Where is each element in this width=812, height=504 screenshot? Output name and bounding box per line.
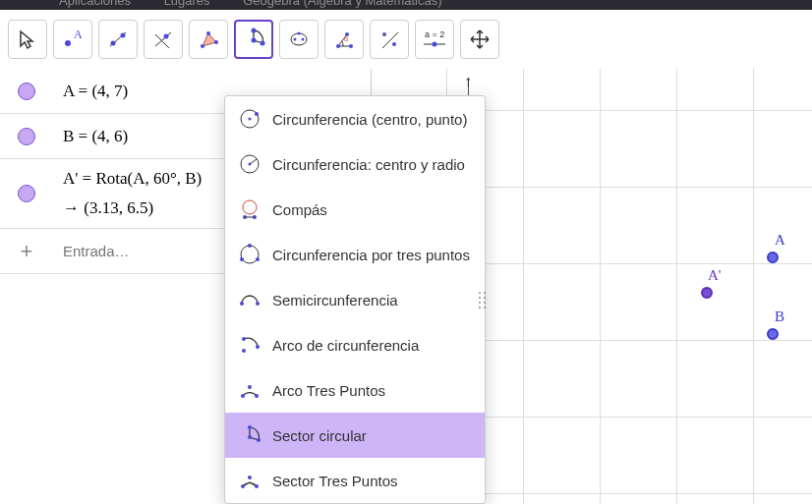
svg-text:A: A bbox=[74, 28, 83, 41]
svg-point-46 bbox=[242, 349, 246, 353]
svg-point-42 bbox=[256, 257, 260, 261]
menu-item-label: Arco Tres Puntos bbox=[272, 382, 385, 399]
menu-item-circle-three-points[interactable]: Circunferencia por tres puntos bbox=[225, 232, 485, 277]
menu-item-sector-three-points[interactable]: Sector Tres Puntos bbox=[225, 458, 485, 503]
topbar-places[interactable]: Lugares bbox=[164, 0, 210, 8]
polygon-tool[interactable] bbox=[189, 20, 228, 59]
svg-point-35 bbox=[243, 200, 257, 214]
svg-point-11 bbox=[252, 28, 257, 33]
line-tool[interactable] bbox=[98, 20, 138, 59]
point-icon: A bbox=[62, 28, 84, 50]
menu-item-label: Circunferencia: centro y radio bbox=[272, 156, 465, 173]
sector-icon bbox=[241, 27, 266, 52]
menu-item-sector[interactable]: Sector circular bbox=[225, 413, 485, 458]
y-axis-arrow: ↑ bbox=[464, 73, 472, 90]
menu-item-label: Semicircunferencia bbox=[272, 292, 398, 308]
circle-center-point-icon bbox=[237, 106, 262, 132]
point-a-label: A bbox=[775, 232, 785, 249]
reflect-icon bbox=[378, 28, 400, 50]
svg-point-14 bbox=[291, 33, 307, 45]
add-button[interactable]: + bbox=[0, 239, 53, 264]
svg-point-43 bbox=[240, 302, 244, 306]
toolbar: A α a = 2 bbox=[0, 10, 812, 69]
point-b-label: B bbox=[775, 308, 784, 325]
topbar-title: Geogebra (Álgebra y Matemáticas) bbox=[243, 0, 441, 8]
svg-point-18 bbox=[336, 44, 340, 48]
menu-item-circle-center-radius[interactable]: Circunferencia: centro y radio bbox=[225, 141, 485, 187]
svg-line-5 bbox=[155, 32, 171, 46]
menu-item-label: Sector circular bbox=[272, 427, 367, 444]
svg-point-7 bbox=[164, 34, 169, 39]
point-a[interactable] bbox=[767, 252, 779, 263]
slider-tool[interactable]: a = 2 bbox=[415, 20, 454, 59]
visibility-toggle[interactable] bbox=[18, 128, 35, 145]
svg-point-39 bbox=[241, 246, 259, 263]
ellipse-icon bbox=[288, 28, 310, 50]
svg-point-28 bbox=[433, 42, 437, 47]
move-tool[interactable] bbox=[8, 20, 47, 59]
menu-item-label: Circunferencia por tres puntos bbox=[272, 247, 470, 263]
svg-point-8 bbox=[201, 44, 204, 48]
menu-item-circle-center-point[interactable]: Circunferencia (centro, punto) bbox=[225, 96, 485, 141]
svg-line-34 bbox=[250, 159, 257, 164]
svg-point-41 bbox=[240, 257, 244, 261]
line-icon bbox=[107, 28, 129, 50]
svg-point-4 bbox=[121, 33, 126, 38]
sector-icon bbox=[237, 422, 262, 448]
svg-point-16 bbox=[302, 38, 305, 41]
angle-tool[interactable]: α bbox=[324, 20, 364, 59]
slider-icon: a = 2 bbox=[420, 28, 449, 50]
visibility-toggle[interactable] bbox=[18, 185, 35, 202]
circle-tool[interactable] bbox=[234, 20, 273, 59]
svg-point-13 bbox=[261, 41, 265, 46]
system-topbar: Aplicaciones Lugares Geogebra (Álgebra y… bbox=[0, 0, 812, 10]
svg-point-3 bbox=[111, 41, 116, 46]
perp-icon bbox=[152, 28, 174, 50]
svg-point-51 bbox=[248, 425, 252, 429]
semicircle-icon bbox=[237, 287, 262, 312]
move-view-tool[interactable] bbox=[460, 20, 499, 59]
svg-point-44 bbox=[256, 302, 260, 306]
menu-item-compass[interactable]: Compás bbox=[225, 187, 485, 232]
menu-item-arc[interactable]: Arco de circunferencia bbox=[225, 322, 485, 367]
perpendicular-tool[interactable] bbox=[144, 20, 183, 59]
arc-icon bbox=[237, 332, 262, 358]
svg-point-19 bbox=[349, 44, 353, 48]
visibility-toggle[interactable] bbox=[18, 83, 35, 100]
svg-point-56 bbox=[255, 484, 259, 488]
circle-three-points-icon bbox=[237, 242, 262, 267]
menu-item-semicircle[interactable]: Semicircunferencia bbox=[225, 277, 485, 322]
svg-point-30 bbox=[249, 118, 252, 121]
move-view-icon bbox=[469, 28, 491, 50]
svg-point-53 bbox=[257, 438, 261, 442]
svg-point-31 bbox=[255, 112, 259, 116]
topbar-apps[interactable]: Aplicaciones bbox=[59, 0, 131, 8]
menu-item-label: Circunferencia (centro, punto) bbox=[272, 111, 467, 128]
point-b[interactable] bbox=[767, 328, 779, 340]
transform-tool[interactable] bbox=[370, 20, 409, 59]
dropdown-drag-handle[interactable] bbox=[479, 285, 493, 314]
svg-point-49 bbox=[248, 385, 252, 389]
menu-item-label: Compás bbox=[272, 201, 327, 218]
svg-point-15 bbox=[294, 38, 297, 41]
svg-point-23 bbox=[383, 33, 385, 35]
svg-text:a = 2: a = 2 bbox=[425, 29, 444, 39]
menu-item-label: Arco de circunferencia bbox=[272, 337, 419, 354]
svg-point-25 bbox=[392, 42, 396, 46]
svg-point-10 bbox=[214, 40, 218, 44]
menu-item-arc-three-points[interactable]: Arco Tres Puntos bbox=[225, 367, 485, 413]
point-a-prime-label: A' bbox=[708, 267, 722, 284]
compass-icon bbox=[237, 196, 262, 222]
arc-three-points-icon bbox=[237, 377, 262, 403]
svg-point-55 bbox=[248, 476, 252, 479]
ellipse-tool[interactable] bbox=[279, 20, 319, 59]
svg-point-9 bbox=[206, 31, 210, 35]
svg-text:α: α bbox=[344, 35, 348, 42]
circle-tool-dropdown: Circunferencia (centro, punto) Circunfer… bbox=[224, 95, 486, 504]
svg-point-45 bbox=[242, 337, 246, 341]
menu-item-label: Sector Tres Puntos bbox=[272, 473, 398, 489]
point-tool[interactable]: A bbox=[53, 20, 92, 59]
svg-point-12 bbox=[252, 38, 257, 43]
point-a-prime[interactable] bbox=[701, 287, 713, 299]
svg-point-40 bbox=[248, 244, 252, 248]
